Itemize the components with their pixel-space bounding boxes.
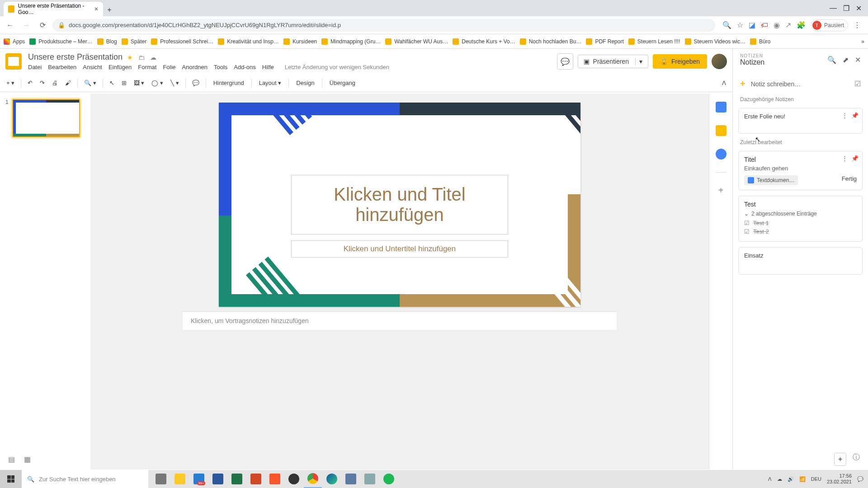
layout-button[interactable]: Layout ▾: [255, 78, 285, 88]
redo-button[interactable]: ↷: [37, 78, 47, 88]
apps-bookmark[interactable]: Apps: [4, 38, 25, 45]
menu-hilfe[interactable]: Hilfe: [262, 64, 274, 70]
menu-addons[interactable]: Add-ons: [234, 64, 255, 70]
bookmark-item[interactable]: Mindmapping (Gru…: [321, 38, 381, 45]
maximize-icon[interactable]: ❐: [843, 4, 849, 13]
shape-button[interactable]: ◯ ▾: [149, 78, 166, 88]
cloud-status-icon[interactable]: ☁: [150, 54, 156, 61]
brave-icon[interactable]: [266, 470, 284, 488]
start-button[interactable]: [0, 470, 22, 488]
document-title[interactable]: Unsere erste Präsentation: [28, 52, 123, 62]
excel-icon[interactable]: [228, 470, 246, 488]
ext2-icon[interactable]: 🏷: [761, 21, 768, 29]
new-tab-button[interactable]: +: [103, 4, 116, 16]
undo-button[interactable]: ↶: [25, 78, 35, 88]
account-avatar[interactable]: [712, 54, 727, 69]
minimize-icon[interactable]: —: [830, 4, 837, 13]
title-placeholder[interactable]: Klicken und Titel hinzufügen: [291, 175, 508, 235]
note-menu-icon[interactable]: ⋮: [842, 155, 848, 162]
bookmark-item[interactable]: Steuern Videos wic…: [685, 38, 746, 45]
word-icon[interactable]: [209, 470, 227, 488]
obs-icon[interactable]: [285, 470, 303, 488]
last-edit-text[interactable]: Letzte Änderung vor wenigen Sekunden: [285, 64, 389, 70]
note-menu-icon[interactable]: ⋮: [842, 112, 848, 119]
chrome-icon[interactable]: [304, 470, 322, 488]
star-document-icon[interactable]: ★: [127, 54, 133, 61]
present-button[interactable]: ▣ Präsentieren ▾: [578, 55, 648, 68]
note-card[interactable]: ⋮ 📌 Titel Einkaufen gehen Textdokumen… F…: [738, 151, 863, 190]
paint-format-button[interactable]: 🖌: [62, 78, 74, 88]
bookmark-item[interactable]: Professionell Schrei…: [151, 38, 213, 45]
grid-view-icon[interactable]: ▦: [24, 455, 31, 464]
filmstrip-view-icon[interactable]: ▤: [8, 455, 15, 464]
info-icon[interactable]: ⓘ: [853, 453, 860, 466]
bookmark-item[interactable]: Produktsuche – Mer…: [29, 38, 92, 45]
add-companion-icon[interactable]: +: [718, 185, 724, 196]
bookmark-item[interactable]: Noch hochladen Bu…: [520, 38, 582, 45]
spotify-icon[interactable]: [380, 470, 398, 488]
extensions-icon[interactable]: 🧩: [797, 21, 806, 29]
comments-button[interactable]: 💬: [557, 53, 573, 70]
reload-button[interactable]: ⟳: [36, 19, 49, 32]
slide-canvas[interactable]: Klicken und Titel hinzufügen Klicken und…: [219, 103, 580, 307]
present-dropdown-icon[interactable]: ▾: [635, 58, 642, 65]
menu-ansicht[interactable]: Ansicht: [83, 64, 102, 70]
bookmark-item[interactable]: Kreativität und Insp…: [218, 38, 279, 45]
checkbox-checked-icon[interactable]: ☑: [744, 228, 750, 235]
checklist-item[interactable]: ☑ Test 2: [744, 228, 857, 235]
tray-chevron-icon[interactable]: ᐱ: [768, 476, 772, 482]
pin-icon[interactable]: 📌: [851, 112, 859, 119]
line-button[interactable]: ╲ ▾: [168, 78, 182, 88]
background-button[interactable]: Hintergrund: [210, 78, 248, 88]
menu-format[interactable]: Format: [138, 64, 156, 70]
bookmark-item[interactable]: Deutsche Kurs + Vo…: [453, 38, 515, 45]
close-tab-icon[interactable]: ✕: [94, 6, 99, 12]
mail-icon[interactable]: 99+: [190, 470, 208, 488]
menu-einfuegen[interactable]: Einfügen: [108, 64, 132, 70]
comment-tool-button[interactable]: 💬: [189, 78, 202, 88]
checkbox-checked-icon[interactable]: ☑: [744, 220, 750, 226]
bookmark-item[interactable]: Kursideen: [283, 38, 317, 45]
new-checklist-icon[interactable]: ☑: [854, 80, 861, 88]
menu-bearbeiten[interactable]: Bearbeiten: [48, 64, 76, 70]
image-button[interactable]: 🖼 ▾: [131, 78, 147, 88]
collapse-toolbar-icon[interactable]: ᐱ: [719, 78, 729, 88]
select-tool-button[interactable]: ↖: [107, 78, 117, 88]
new-slide-button[interactable]: + ▾: [4, 78, 17, 88]
menu-folie[interactable]: Folie: [163, 64, 175, 70]
app-icon[interactable]: [361, 470, 379, 488]
print-button[interactable]: 🖨: [49, 78, 61, 88]
file-explorer-icon[interactable]: [171, 470, 189, 488]
notes-search-icon[interactable]: 🔍: [827, 56, 836, 64]
keep-icon[interactable]: [716, 125, 726, 136]
volume-icon[interactable]: 🔊: [788, 476, 794, 482]
pin-icon[interactable]: 📌: [851, 155, 859, 162]
share-button[interactable]: 🔒 Freigeben: [653, 54, 707, 69]
note-done-button[interactable]: Fertig: [842, 175, 857, 182]
ext4-icon[interactable]: ↗: [785, 21, 791, 29]
app-icon[interactable]: [342, 470, 360, 488]
slide-thumbnail-row[interactable]: 1: [5, 99, 85, 137]
new-note-button[interactable]: + Notiz schreiben… ☑: [733, 74, 868, 94]
textbox-button[interactable]: ⊞: [119, 78, 129, 88]
bookmark-item[interactable]: Büro: [750, 38, 770, 45]
bookmarks-overflow-icon[interactable]: »: [861, 38, 864, 45]
move-document-icon[interactable]: 🗀: [138, 54, 145, 61]
wifi-icon[interactable]: 📶: [799, 476, 806, 482]
note-card[interactable]: ⋮ 📌 Erste Folie neu!: [738, 108, 863, 134]
menu-datei[interactable]: Datei: [28, 64, 42, 70]
forward-button[interactable]: →: [20, 19, 33, 32]
tasks-icon[interactable]: [716, 149, 726, 160]
bookmark-item[interactable]: PDF Report: [586, 38, 623, 45]
clock[interactable]: 17:56 23.02.2021: [827, 473, 852, 485]
bookmark-item[interactable]: Später: [122, 38, 146, 45]
checklist-item[interactable]: ☑ Test 1: [744, 220, 857, 226]
zoom-icon[interactable]: 🔍: [722, 21, 731, 29]
explore-button[interactable]: ✦: [834, 453, 846, 466]
menu-tools[interactable]: Tools: [214, 64, 227, 70]
star-icon[interactable]: ☆: [737, 21, 743, 29]
note-card[interactable]: Test ⌄ 2 abgeschlossene Einträge ☑ Test …: [738, 196, 863, 242]
bookmark-item[interactable]: Wahlfächer WU Aus…: [385, 38, 448, 45]
collapse-completed-row[interactable]: ⌄ 2 abgeschlossene Einträge: [744, 211, 857, 217]
ext1-icon[interactable]: ◪: [749, 21, 755, 29]
